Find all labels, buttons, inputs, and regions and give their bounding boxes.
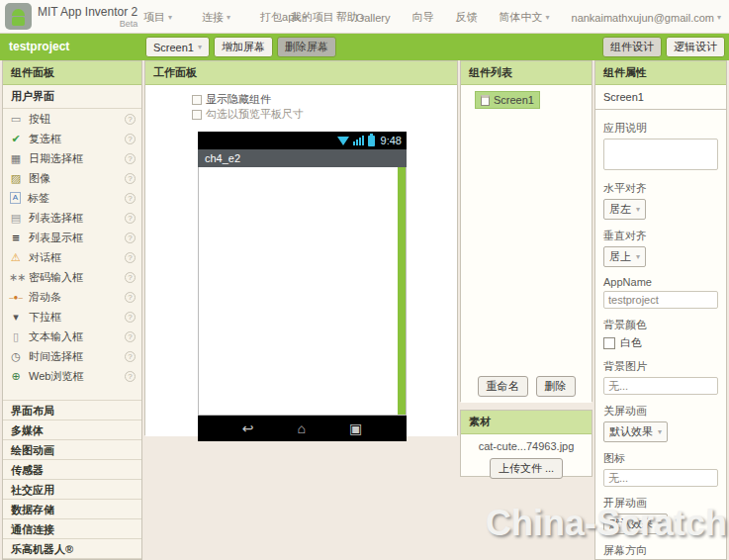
screen-selector-dropdown[interactable]: Screen1▾: [145, 37, 210, 57]
palette-item-notifier[interactable]: ⚠ 对话框 ?: [3, 247, 141, 267]
palette-item-passwordtextbox[interactable]: ∗∗ 密码输入框 ?: [3, 267, 141, 287]
media-file-item[interactable]: cat-cute...74963.jpg: [465, 440, 588, 452]
palette-section-lego[interactable]: 乐高机器人®: [3, 539, 141, 559]
upload-file-button[interactable]: 上传文件 ...: [490, 458, 563, 479]
palette-item-datepicker[interactable]: ▦ 日期选择框 ?: [3, 148, 141, 168]
background-color-value[interactable]: 白色: [620, 335, 642, 350]
prop-label: 水平对齐: [603, 181, 718, 196]
prop-label: 开屏动画: [603, 496, 718, 511]
recents-icon[interactable]: ▣: [349, 420, 362, 436]
link-feedback[interactable]: 反馈: [456, 10, 478, 25]
delete-button[interactable]: 删除: [536, 376, 576, 397]
help-icon[interactable]: ?: [125, 213, 136, 224]
selection-highlight: [398, 167, 406, 415]
close-animation-dropdown[interactable]: 默认效果▾: [603, 421, 668, 442]
background-color-swatch[interactable]: [603, 337, 615, 349]
palette-item-label: 文本输入框: [29, 329, 119, 344]
listview-icon: ≡: [9, 231, 23, 245]
palette-item-label: 标签: [28, 191, 119, 206]
chevron-down-icon: ▾: [717, 13, 721, 22]
palette-item-listpicker[interactable]: ▤ 列表选择框 ?: [3, 208, 141, 228]
palette-item-image[interactable]: ▨ 图像 ?: [3, 168, 141, 188]
palette-item-label-component[interactable]: A 标签 ?: [3, 188, 141, 208]
remove-screen-button[interactable]: 删除屏幕: [277, 37, 336, 57]
phone-screen-canvas[interactable]: [198, 167, 407, 416]
tablet-preview-checkbox[interactable]: [192, 110, 202, 120]
show-hidden-row: 显示隐藏组件: [192, 85, 457, 107]
prop-background-color: 背景颜色 白色: [603, 318, 718, 350]
palette-section-social[interactable]: 社交应用: [3, 480, 141, 500]
project-bar: testproject Screen1▾ 增加屏幕 删除屏幕 组件设计 逻辑设计: [0, 34, 729, 60]
palette-section-media[interactable]: 多媒体: [3, 420, 141, 440]
component-item-screen1[interactable]: Screen1: [475, 91, 540, 109]
palette-section-drawing[interactable]: 绘图动画: [3, 440, 141, 460]
help-icon[interactable]: ?: [125, 233, 136, 243]
help-icon[interactable]: ?: [125, 351, 136, 362]
palette-section-user-interface[interactable]: 用户界面: [3, 85, 141, 109]
webviewer-icon: ⊕: [9, 370, 23, 383]
help-icon[interactable]: ?: [125, 312, 136, 323]
palette-item-webviewer[interactable]: ⊕ Web浏览框 ?: [3, 366, 141, 386]
palette-item-checkbox[interactable]: ✔ 复选框 ?: [3, 129, 141, 148]
prop-appname: AppName: [603, 276, 718, 309]
palette-section-connectivity[interactable]: 通信连接: [3, 519, 141, 539]
palette-sections: 界面布局 多媒体 绘图动画 传感器 社交应用 数据存储 通信连接 乐高机器人®: [3, 400, 141, 559]
phone-status-bar: 9:48: [198, 132, 407, 149]
button-icon: ▭: [9, 113, 23, 126]
add-screen-button[interactable]: 增加屏幕: [214, 37, 273, 57]
prop-label: 图标: [603, 451, 718, 466]
help-icon[interactable]: ?: [125, 173, 136, 184]
palette-section-sensors[interactable]: 传感器: [3, 460, 141, 480]
help-icon[interactable]: ?: [125, 272, 136, 283]
android-head: [12, 9, 25, 16]
home-icon[interactable]: ⌂: [298, 420, 306, 436]
menu-connect[interactable]: 连接▾: [202, 10, 230, 25]
icon-input[interactable]: [603, 469, 718, 487]
blocks-view-button[interactable]: 逻辑设计: [666, 37, 725, 57]
back-icon[interactable]: ↩: [242, 420, 254, 436]
beta-label: Beta: [120, 19, 138, 29]
component-item-label: Screen1: [494, 94, 534, 106]
help-icon[interactable]: ?: [125, 292, 136, 303]
chevron-down-icon: ▾: [636, 205, 640, 214]
palette-item-slider[interactable]: ‒●‒ 滑动条 ?: [3, 287, 141, 307]
app-description-input[interactable]: [603, 139, 718, 170]
palette-section-layout[interactable]: 界面布局: [3, 401, 141, 420]
horizontal-align-dropdown[interactable]: 居左▾: [603, 199, 646, 220]
palette-section-storage[interactable]: 数据存储: [3, 500, 141, 519]
help-icon[interactable]: ?: [125, 134, 136, 144]
help-icon[interactable]: ?: [125, 114, 136, 125]
palette-item-textbox[interactable]: ▯ 文本输入框 ?: [3, 327, 141, 346]
help-icon[interactable]: ?: [125, 193, 136, 204]
dropdown-value: 默认效果: [609, 516, 653, 531]
rename-button[interactable]: 重命名: [478, 376, 528, 397]
palette-item-button[interactable]: ▭ 按钮 ?: [3, 109, 141, 129]
components-panel: 组件列表 Screen1 重命名 删除: [460, 60, 592, 402]
designer-view-button[interactable]: 组件设计: [602, 37, 662, 57]
appname-input[interactable]: [603, 291, 718, 309]
palette-item-label: 滑动条: [29, 290, 119, 305]
checkbox-icon: ✔: [9, 133, 23, 145]
help-icon[interactable]: ?: [125, 153, 136, 164]
chevron-down-icon: ▾: [658, 519, 662, 528]
prop-label: AppName: [603, 276, 718, 288]
palette-item-spinner[interactable]: ▾ 下拉框 ?: [3, 307, 141, 327]
show-hidden-checkbox[interactable]: [192, 95, 202, 105]
account-menu[interactable]: nankaimathxujun@gmail.com▾: [572, 12, 721, 24]
help-icon[interactable]: ?: [125, 331, 136, 342]
menu-project[interactable]: 项目▾: [143, 10, 172, 25]
link-my-projects[interactable]: 我的项目: [291, 10, 334, 25]
vertical-align-dropdown[interactable]: 居上▾: [603, 246, 646, 267]
phone-nav-bar: ↩ ⌂ ▣: [198, 416, 407, 441]
help-icon[interactable]: ?: [125, 371, 136, 382]
link-gallery[interactable]: Gallery: [356, 12, 391, 24]
open-animation-dropdown[interactable]: 默认效果▾: [603, 513, 668, 534]
prop-vertical-align: 垂直对齐 居上▾: [603, 229, 718, 267]
background-image-input[interactable]: [603, 377, 718, 395]
palette-item-listview[interactable]: ≡ 列表显示框 ?: [3, 228, 141, 247]
help-icon[interactable]: ?: [125, 252, 136, 263]
language-selector[interactable]: 简体中文▾: [500, 10, 550, 25]
prop-label: 垂直对齐: [603, 229, 718, 243]
link-guide[interactable]: 向导: [412, 10, 434, 25]
palette-item-timepicker[interactable]: ◷ 时间选择框 ?: [3, 346, 141, 366]
